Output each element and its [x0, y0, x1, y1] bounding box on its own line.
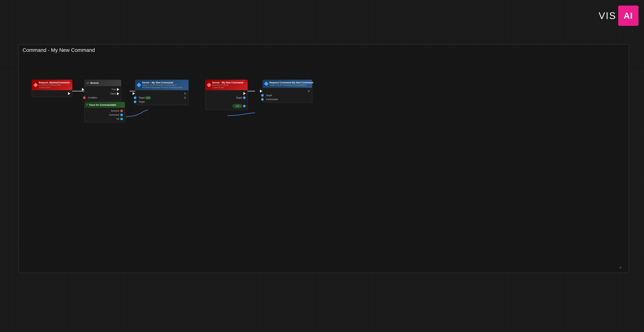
server2-body: Target Self — [205, 90, 248, 110]
branch-true-pin — [117, 88, 119, 91]
server-node-2[interactable]: Server - My New Command Executes On Serv… — [205, 80, 248, 110]
branch-node[interactable]: ↩ Branch True False — [84, 80, 121, 101]
commander-pin-in — [261, 98, 264, 101]
condition-pin — [83, 96, 86, 99]
request-exec-out — [32, 91, 72, 96]
branch-body: True False Condition — [84, 86, 121, 101]
corner-indicator — [70, 80, 72, 82]
server-node-1[interactable]: Server - My New Command Target is Vis BP… — [135, 80, 188, 105]
branch-condition-row: Condition — [84, 96, 121, 100]
trace-body: Success Command Hit — [84, 108, 125, 122]
blueprint-canvas[interactable]: Command - My New Command Request_MyNewCo… — [18, 44, 629, 273]
server1-target-in — [134, 96, 136, 99]
request-node-subtitle1: Executes on Owning Client Custom Event — [39, 84, 70, 89]
target-pin-in — [261, 94, 264, 97]
command-pin — [120, 114, 123, 116]
self-button: Self — [232, 104, 242, 108]
logo-box: AI — [618, 5, 638, 26]
request-node-title: Request_MyNewCommand — [39, 81, 70, 84]
request-cmd-target: Target — [262, 93, 312, 97]
logo-text: VIS — [598, 10, 616, 21]
trace-commandable-node[interactable]: f Trace for Commandable Success Command … — [84, 102, 125, 122]
trace-command-row: Command — [84, 113, 125, 117]
node-header-request: Request_MyNewCommand Executes on Owning … — [32, 80, 72, 90]
request-cmd-commander: Commander — [262, 97, 312, 101]
logo-container: VIS AI — [598, 5, 638, 26]
node-icon-request — [33, 83, 38, 87]
branch-false-pin — [117, 92, 119, 95]
self-pin — [243, 105, 246, 107]
server2-subtitle: Executes On Server Custom Event — [212, 84, 243, 89]
trace-header: f Trace for Commandable — [84, 102, 125, 108]
server1-title: Server - My New Command — [142, 81, 182, 84]
server1-target2-in — [134, 100, 136, 103]
canvas-title: Command - My New Command — [22, 47, 95, 53]
request-node-body — [32, 90, 72, 97]
request-myNewCommand-node[interactable]: Request_MyNewCommand Executes on Owning … — [32, 80, 72, 97]
logo-ai-text: AI — [624, 11, 633, 21]
hit-pin — [120, 118, 123, 120]
request-command-node[interactable]: Request Command My New Command Target is… — [262, 80, 312, 103]
nodes-container: Request_MyNewCommand Executes on Owning … — [26, 56, 622, 269]
server2-target-pin — [243, 96, 246, 99]
branch-title: Branch — [90, 81, 99, 84]
server2-target: Target — [206, 96, 248, 100]
trace-success-row: Success — [84, 109, 125, 113]
server2-exec-out — [244, 92, 246, 95]
request-cmd-title: Request Command My New Command — [270, 81, 313, 84]
server1-exec-out — [184, 92, 186, 95]
server2-self-row: Self — [206, 103, 248, 109]
server1-body: Target self Target — [135, 90, 188, 105]
branch-header: ↩ Branch — [84, 80, 121, 86]
branch-exec-in-pin — [82, 88, 84, 91]
server1-subtitle: Target is Vis BP Interaction Commander C… — [142, 84, 182, 89]
request-cmd-subtitle: Target is Vis BP Interactable Commandabl… — [270, 84, 313, 86]
server2-title: Server - My New Command — [212, 81, 243, 84]
server2-corner — [245, 80, 248, 82]
server2-exec — [206, 91, 248, 96]
resize-handle[interactable]: ◢ — [618, 266, 621, 269]
request-cmd-body: Target Commander — [262, 88, 312, 103]
server1-exec-in — [133, 92, 135, 95]
request-cmd-exec-out — [308, 90, 310, 93]
exec-pin-right — [71, 92, 74, 95]
server1-target-out — [184, 96, 186, 99]
branch-false-row: False — [84, 92, 121, 96]
request-cmd-header: Request Command My New Command Target is… — [262, 80, 312, 88]
trace-title: Trace for Commandable — [89, 103, 116, 106]
request-cmd-exec-in — [260, 90, 262, 93]
server1-target-self: Target self — [135, 96, 188, 100]
trace-hit-row: Hit — [84, 117, 125, 121]
server2-header: Server - My New Command Executes On Serv… — [205, 80, 248, 90]
server1-exec — [135, 91, 188, 96]
exec-out-pin — [68, 92, 70, 95]
success-pin — [120, 110, 123, 112]
self-tag: self — [146, 96, 150, 99]
request-cmd-exec — [262, 89, 312, 93]
branch-exec-in: True — [84, 87, 121, 92]
server1-header: Server - My New Command Target is Vis BP… — [135, 80, 188, 90]
server1-target2: Target — [135, 100, 188, 104]
